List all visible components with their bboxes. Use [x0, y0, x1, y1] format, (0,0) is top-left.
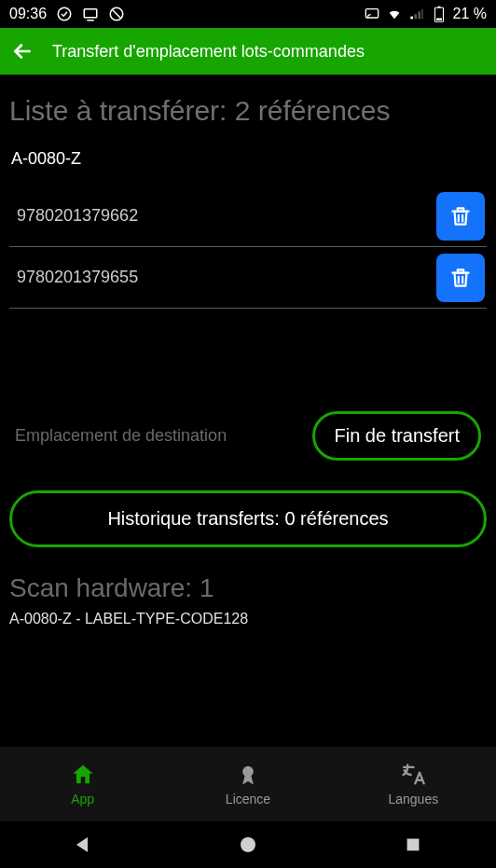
list-item: 9780201379655	[9, 247, 487, 309]
tab-langues[interactable]: Langues	[331, 747, 496, 821]
list-title: Liste à transférer: 2 références	[9, 95, 487, 127]
nav-recent-button[interactable]	[399, 831, 427, 859]
wifi-icon	[386, 6, 403, 22]
location-code: A-0080-Z	[9, 149, 487, 169]
svg-point-7	[242, 766, 254, 778]
tab-label: Licence	[226, 792, 270, 806]
list-item: 9780201379662	[9, 186, 487, 247]
battery-percent: 21 %	[453, 6, 487, 22]
tab-label: App	[71, 792, 94, 806]
bottom-tab-bar: App Licence Langues	[0, 747, 496, 821]
status-bar: 09:36 21 %	[0, 0, 496, 28]
page-title: Transfert d'emplacement lots-commandes	[52, 42, 365, 62]
battery-icon	[431, 6, 448, 22]
trash-icon	[448, 204, 473, 228]
status-time: 09:36	[9, 6, 47, 22]
signal-icon	[408, 6, 425, 22]
item-code: 9780201379655	[9, 268, 138, 287]
tab-label: Langues	[388, 792, 438, 806]
nav-home-button[interactable]	[234, 831, 262, 859]
main-content: Liste à transférer: 2 références A-0080-…	[0, 75, 496, 627]
block-icon	[108, 6, 125, 22]
delete-button[interactable]	[436, 192, 485, 241]
screen-cast-icon	[364, 6, 380, 22]
nav-back-button[interactable]	[69, 831, 97, 859]
app-bar: Transfert d'emplacement lots-commandes	[0, 28, 496, 75]
destination-label[interactable]: Emplacement de destination	[15, 426, 227, 446]
back-button[interactable]	[9, 38, 35, 64]
svg-point-8	[241, 837, 255, 852]
home-icon	[70, 762, 96, 788]
delete-button[interactable]	[436, 254, 485, 302]
tab-licence[interactable]: Licence	[165, 747, 330, 821]
award-icon	[235, 762, 261, 788]
tab-app[interactable]: App	[0, 747, 165, 821]
item-code: 9780201379662	[9, 206, 138, 226]
scan-hardware-detail: A-0080-Z - LABEL-TYPE-CODE128	[9, 611, 487, 627]
svg-rect-9	[407, 839, 420, 851]
svg-rect-1	[84, 9, 97, 18]
cast-icon	[82, 6, 99, 22]
system-nav-bar	[0, 821, 496, 868]
end-transfer-button[interactable]: Fin de transfert	[312, 411, 481, 461]
history-button[interactable]: Historique transferts: 0 références	[9, 490, 487, 547]
trash-icon	[448, 266, 473, 290]
translate-icon	[400, 762, 426, 788]
check-circle-icon	[56, 6, 73, 22]
svg-rect-5	[437, 7, 440, 8]
svg-point-0	[58, 7, 71, 21]
svg-rect-6	[436, 19, 442, 21]
scan-hardware-title: Scan hardware: 1	[9, 573, 487, 603]
